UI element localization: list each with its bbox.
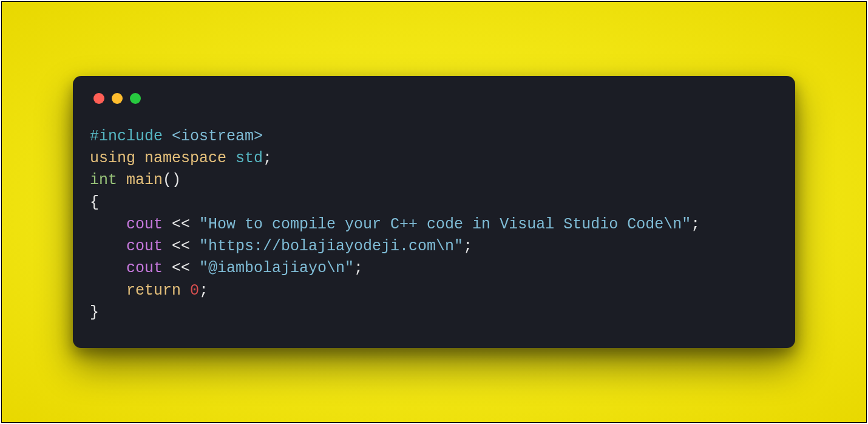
- op: <<: [163, 259, 199, 277]
- code-editor-content: #include <iostream> using namespace std;…: [90, 126, 778, 324]
- indent: [90, 216, 126, 233]
- paren: (): [163, 171, 181, 189]
- indent: [90, 259, 126, 277]
- op: <<: [163, 216, 199, 233]
- string-literal: "@iambolajiayo\n": [199, 259, 354, 277]
- window-controls: [90, 93, 778, 104]
- code-line-7: cout << "@iambolajiayo\n";: [90, 259, 363, 277]
- semi: ;: [354, 259, 363, 277]
- code-line-3: int main(): [90, 171, 181, 189]
- brace-open: {: [90, 194, 99, 211]
- code-line-2: using namespace std;: [90, 149, 272, 167]
- cout: cout: [126, 238, 163, 255]
- kw-int: int: [90, 171, 117, 189]
- kw-using: using: [90, 149, 135, 167]
- indent: [90, 282, 126, 299]
- code-line-8: return 0;: [90, 282, 208, 299]
- string-literal: "https://bolajiayodeji.com\n": [199, 238, 463, 255]
- semi: ;: [463, 238, 472, 255]
- num-zero: 0: [190, 282, 199, 299]
- close-icon[interactable]: [93, 93, 104, 104]
- include-header: <iostream>: [172, 128, 263, 145]
- brace-close: }: [90, 304, 99, 321]
- code-line-6: cout << "https://bolajiayodeji.com\n";: [90, 238, 472, 255]
- preproc-directive: #include: [90, 128, 163, 145]
- ns-std: std: [236, 149, 263, 167]
- code-line-9: }: [90, 304, 99, 321]
- semi: ;: [263, 149, 272, 167]
- code-line-4: {: [90, 194, 99, 211]
- fn-main: main: [126, 171, 163, 189]
- cout: cout: [126, 216, 163, 233]
- cout: cout: [126, 259, 163, 277]
- code-window: #include <iostream> using namespace std;…: [73, 76, 795, 348]
- zoom-icon[interactable]: [130, 93, 141, 104]
- code-line-1: #include <iostream>: [90, 128, 263, 145]
- page-background: #include <iostream> using namespace std;…: [1, 1, 867, 423]
- kw-namespace: namespace: [144, 149, 226, 167]
- space: [181, 282, 190, 299]
- code-line-5: cout << "How to compile your C++ code in…: [90, 216, 700, 233]
- indent: [90, 238, 126, 255]
- minimize-icon[interactable]: [112, 93, 123, 104]
- kw-return: return: [126, 282, 181, 299]
- semi: ;: [199, 282, 208, 299]
- string-literal: "How to compile your C++ code in Visual …: [199, 216, 691, 233]
- semi: ;: [691, 216, 700, 233]
- op: <<: [163, 238, 199, 255]
